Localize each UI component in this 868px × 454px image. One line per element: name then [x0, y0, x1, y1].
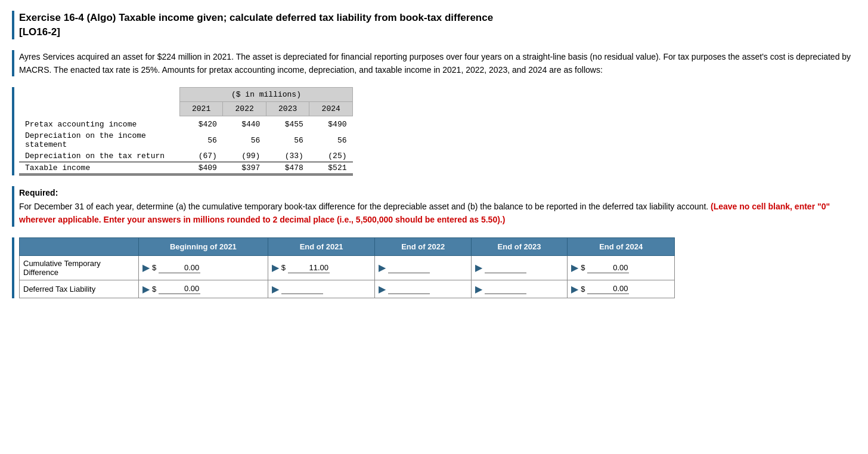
answer-input-r1-c3[interactable] [485, 283, 526, 294]
answer-table-row: Deferred Tax Liability▶$▶▶▶▶$ [20, 280, 675, 298]
answer-cell[interactable]: ▶$ [568, 255, 675, 280]
subtitle-header: ($ in millions) [179, 88, 352, 102]
dollar-sign: $ [152, 263, 157, 272]
description-text: Ayres Services acquired an asset for $22… [12, 50, 856, 77]
answer-input-r1-c1[interactable] [281, 283, 323, 294]
col-2022: 2022 [223, 102, 266, 116]
answer-cell[interactable]: ▶$ [139, 255, 268, 280]
title-line2: [LO16-2] [19, 26, 60, 38]
row-value-total: $397 [223, 162, 266, 175]
answer-table-row: Cumulative Temporary Difference▶$▶$▶▶▶$ [20, 255, 675, 280]
title-line1: Exercise 16-4 (Algo) Taxable income give… [19, 12, 493, 23]
answer-row-label: Cumulative Temporary Difference [20, 255, 139, 280]
table-row: Depreciation on the income statement 56 … [19, 130, 353, 150]
row-label: Depreciation on the income statement [19, 130, 179, 150]
dollar-sign: $ [581, 285, 586, 294]
col-2023: 2023 [266, 102, 309, 116]
row-value-total: $409 [179, 162, 223, 175]
answer-cell[interactable]: ▶$ [268, 255, 375, 280]
row-label: Depreciation on the tax return [19, 150, 179, 162]
cell-indicator-icon: ▶ [379, 283, 386, 295]
answer-table-wrapper: Beginning of 2021 End of 2021 End of 202… [12, 237, 856, 298]
answer-row-label: Deferred Tax Liability [20, 280, 139, 298]
answer-input-r0-c0[interactable] [159, 262, 200, 273]
cell-indicator-icon: ▶ [475, 262, 482, 273]
required-section: Required: For December 31 of each year, … [12, 186, 856, 226]
answer-input-r0-c3[interactable] [485, 262, 526, 273]
answer-col-end-2023: End of 2023 [471, 237, 567, 255]
income-table: ($ in millions) 2021 2022 2023 2024 Pret… [19, 87, 353, 175]
table-row-total: Taxable income $409 $397 $478 $521 [19, 162, 353, 175]
empty-header [19, 88, 179, 102]
row-value-total: $478 [266, 162, 309, 175]
answer-cell[interactable]: ▶ [471, 280, 567, 298]
answer-cell[interactable]: ▶$ [568, 280, 675, 298]
answer-table: Beginning of 2021 End of 2021 End of 202… [19, 237, 675, 298]
required-text: For December 31 of each year, determine … [19, 202, 708, 211]
answer-cell[interactable]: ▶$ [139, 280, 268, 298]
row-value: (33) [266, 150, 309, 162]
answer-input-r0-c2[interactable] [388, 262, 430, 273]
required-label: Required: [19, 188, 58, 197]
table-row: Pretax accounting income $420 $440 $455 … [19, 116, 353, 131]
row-value: 56 [179, 130, 223, 150]
row-value: 56 [266, 130, 309, 150]
cell-indicator-icon: ▶ [379, 262, 386, 273]
row-label-total: Taxable income [19, 162, 179, 175]
row-value: (67) [179, 150, 223, 162]
answer-col-end-2022: End of 2022 [375, 237, 471, 255]
empty-header2 [19, 102, 179, 116]
answer-col-beg-2021: Beginning of 2021 [139, 237, 268, 255]
col-2021: 2021 [179, 102, 223, 116]
answer-input-r1-c2[interactable] [388, 283, 430, 294]
answer-input-r0-c4[interactable] [587, 262, 629, 273]
cell-indicator-icon: ▶ [571, 283, 578, 295]
row-value: $455 [266, 116, 309, 131]
answer-col-end-2021: End of 2021 [268, 237, 375, 255]
answer-cell[interactable]: ▶ [268, 280, 375, 298]
answer-cell[interactable]: ▶ [471, 255, 567, 280]
cell-indicator-icon: ▶ [142, 283, 150, 295]
answer-cell[interactable]: ▶ [375, 255, 471, 280]
data-table-wrapper: ($ in millions) 2021 2022 2023 2024 Pret… [12, 87, 856, 175]
cell-indicator-icon: ▶ [571, 262, 578, 273]
row-value: $440 [223, 116, 266, 131]
answer-col-end-2024: End of 2024 [568, 237, 675, 255]
cell-indicator-icon: ▶ [272, 283, 279, 295]
exercise-title: Exercise 16-4 (Algo) Taxable income give… [12, 11, 856, 39]
answer-input-r0-c1[interactable] [288, 262, 330, 273]
answer-cell[interactable]: ▶ [375, 280, 471, 298]
row-value-total: $521 [309, 162, 353, 175]
row-value: $420 [179, 116, 223, 131]
answer-input-r1-c0[interactable] [159, 283, 200, 294]
answer-col-header-empty [20, 237, 139, 255]
cell-indicator-icon: ▶ [475, 283, 482, 295]
answer-input-r1-c4[interactable] [587, 283, 629, 294]
cell-indicator-icon: ▶ [142, 262, 150, 273]
row-value: (99) [223, 150, 266, 162]
col-2024: 2024 [309, 102, 353, 116]
row-label: Pretax accounting income [19, 116, 179, 131]
dollar-sign: $ [281, 263, 287, 272]
row-value: 56 [309, 130, 353, 150]
cell-indicator-icon: ▶ [272, 262, 279, 273]
row-value: (25) [309, 150, 353, 162]
row-value: $490 [309, 116, 353, 131]
dollar-sign: $ [581, 263, 586, 272]
row-value: 56 [223, 130, 266, 150]
dollar-sign: $ [152, 285, 157, 294]
table-row: Depreciation on the tax return (67) (99)… [19, 150, 353, 162]
